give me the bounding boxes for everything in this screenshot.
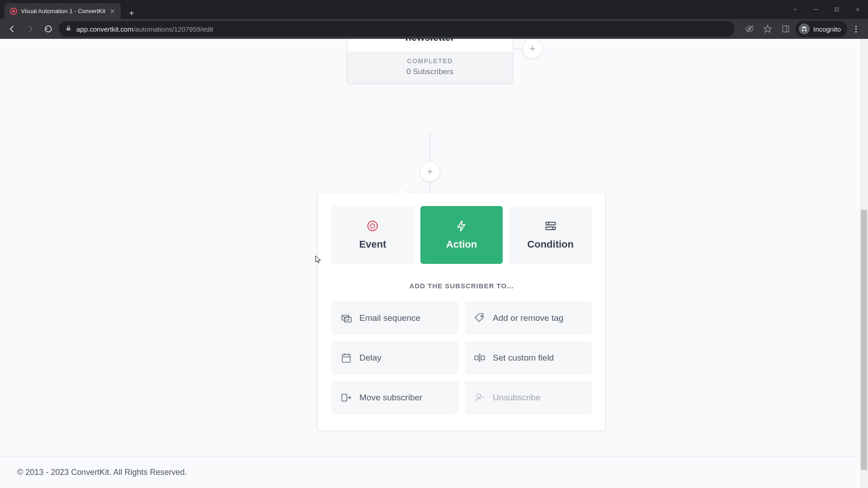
svg-rect-11 [546, 222, 555, 225]
option-label: Add or remove tag [493, 313, 563, 323]
close-tab-icon[interactable]: ✕ [109, 8, 116, 15]
reload-button[interactable] [41, 21, 56, 37]
back-button[interactable] [5, 21, 20, 37]
picker-heading: ADD THE SUBSCRIBER TO... [331, 282, 592, 290]
add-step-button[interactable]: + [420, 162, 440, 182]
option-label: Unsubscribe [493, 393, 541, 403]
step-type-label: Condition [527, 239, 574, 250]
star-icon[interactable] [759, 20, 776, 38]
step-picker-panel: Event Action Condition ADD THE SUBSCRIBE… [318, 192, 605, 431]
lock-icon [65, 25, 72, 33]
browser-tab[interactable]: Visual Automation 1 - ConvertKit ✕ [5, 3, 121, 19]
svg-rect-1 [835, 8, 839, 11]
svg-point-17 [481, 315, 482, 317]
option-label: Delay [359, 353, 382, 363]
option-unsubscribe[interactable]: Unsubscribe [465, 381, 592, 414]
tab-title: Visual Automation 1 - ConvertKit [21, 8, 105, 14]
toolbar-right: Incognito [741, 20, 863, 38]
step-type-label: Action [446, 239, 477, 250]
node-status: COMPLETED [352, 57, 508, 65]
close-window-icon[interactable] [847, 0, 868, 19]
svg-rect-23 [481, 356, 485, 360]
node-title: newsletter [347, 39, 513, 52]
svg-marker-6 [764, 25, 772, 33]
connector-line [513, 49, 523, 49]
step-type-event[interactable]: Event [331, 206, 414, 264]
titlebar: Visual Automation 1 - ConvertKit ✕ ＋ [0, 0, 868, 19]
option-delay[interactable]: Delay [331, 341, 458, 375]
scrollbar[interactable] [860, 39, 868, 488]
incognito-label: Incognito [813, 25, 841, 33]
node-footer: COMPLETED 0 Subscribers [347, 52, 513, 84]
svg-point-9 [368, 221, 377, 231]
footer-text: © 2013 - 2023 ConvertKit. All Rights Res… [17, 468, 187, 477]
option-move-subscriber[interactable]: Move subscriber [331, 381, 458, 414]
step-type-label: Event [359, 239, 386, 250]
browser-toolbar: app.convertkit.com/automations/1207959/e… [0, 19, 868, 39]
option-set-custom-field[interactable]: Set custom field [465, 341, 592, 375]
step-type-condition[interactable]: Condition [509, 206, 592, 264]
option-add-remove-tag[interactable]: Add or remove tag [465, 301, 592, 335]
option-label: Set custom field [493, 353, 554, 363]
automation-canvas[interactable]: + newsletter COMPLETED 0 Subscribers + E… [0, 39, 860, 488]
automation-node[interactable]: newsletter COMPLETED 0 Subscribers [347, 39, 513, 84]
add-branch-button[interactable]: + [523, 39, 542, 59]
maximize-icon[interactable] [826, 0, 847, 19]
tab-search-icon[interactable] [785, 0, 806, 19]
favicon-icon [10, 8, 17, 15]
connector-line [430, 133, 430, 162]
address-bar[interactable]: app.convertkit.com/automations/1207959/e… [59, 21, 735, 37]
forward-button[interactable] [23, 21, 38, 37]
svg-rect-18 [342, 354, 350, 362]
browser-window: Visual Automation 1 - ConvertKit ✕ ＋ [0, 0, 868, 488]
tab-strip: Visual Automation 1 - ConvertKit ✕ ＋ [0, 0, 138, 19]
url-text: app.convertkit.com/automations/1207959/e… [76, 25, 213, 33]
new-tab-button[interactable]: ＋ [125, 6, 138, 19]
window-controls [785, 0, 868, 19]
step-type-action[interactable]: Action [420, 206, 503, 264]
node-subscriber-count: 0 Subscribers [352, 67, 508, 76]
minimize-icon[interactable] [806, 0, 826, 19]
step-type-row: Event Action Condition [331, 206, 592, 264]
panel-icon[interactable] [777, 20, 794, 38]
page-footer: © 2013 - 2023 ConvertKit. All Rights Res… [0, 456, 860, 488]
svg-rect-7 [783, 26, 788, 32]
svg-point-28 [477, 394, 481, 398]
svg-rect-12 [546, 227, 555, 230]
menu-icon[interactable] [848, 21, 863, 37]
svg-rect-27 [342, 394, 347, 401]
svg-rect-22 [475, 356, 478, 360]
option-email-sequence[interactable]: Email sequence [331, 301, 458, 335]
eye-off-icon[interactable] [741, 20, 758, 38]
incognito-icon [799, 23, 810, 34]
incognito-chip[interactable]: Incognito [795, 21, 847, 37]
svg-point-10 [371, 224, 375, 228]
option-label: Move subscriber [359, 393, 422, 403]
scrollbar-thumb[interactable] [861, 210, 867, 470]
svg-rect-15 [342, 315, 349, 320]
action-options-grid: Email sequence Add or remove tag Delay S… [331, 301, 592, 414]
option-label: Email sequence [359, 313, 420, 323]
page-viewport: + newsletter COMPLETED 0 Subscribers + E… [0, 39, 868, 488]
